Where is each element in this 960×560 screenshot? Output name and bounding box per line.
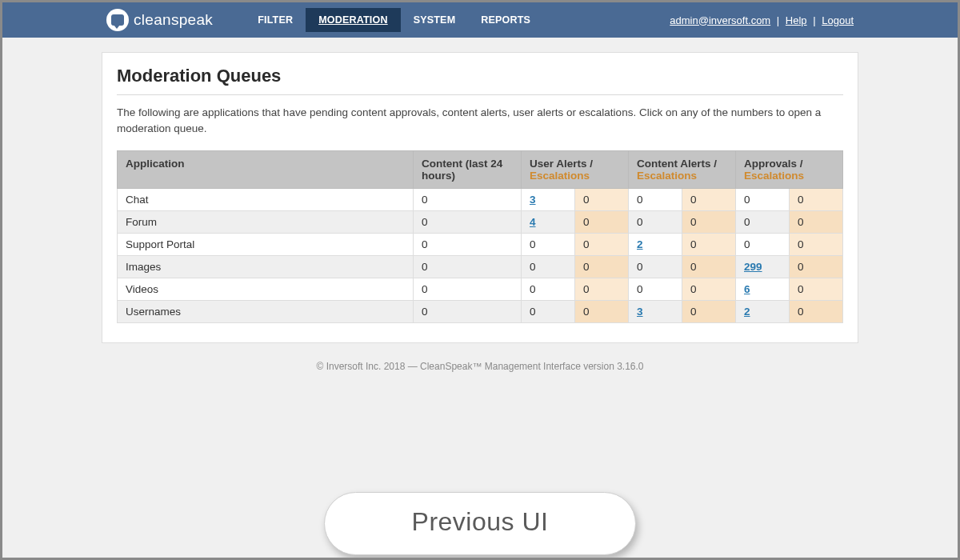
user-email-link[interactable]: admin@inversoft.com: [670, 14, 770, 26]
escalation-cell: 0: [682, 278, 736, 301]
th-content-alerts: Content Alerts / Escalations: [629, 151, 736, 189]
escalation-cell: 0: [682, 301, 736, 323]
queue-count-link[interactable]: 3: [530, 194, 536, 206]
count-cell: 0: [522, 278, 575, 301]
escalation-cell: 0: [575, 256, 629, 278]
queue-count-link[interactable]: 299: [744, 261, 762, 273]
moderation-queue-table: Application Content (last 24 hours) User…: [117, 150, 843, 323]
escalation-cell: 0: [682, 256, 736, 278]
brand-name: cleanspeak: [134, 11, 213, 29]
count-cell: 0: [414, 301, 522, 323]
queue-count-link[interactable]: 6: [744, 283, 750, 295]
table-row: Videos0000060: [118, 278, 843, 301]
count-cell: 0: [522, 301, 575, 323]
escalation-cell: 0: [682, 234, 736, 256]
count-cell: 0: [414, 278, 522, 301]
logout-link[interactable]: Logout: [822, 14, 854, 26]
count-cell[interactable]: 3: [629, 301, 682, 323]
count-cell[interactable]: 4: [522, 211, 575, 234]
brand[interactable]: cleanspeak: [106, 9, 213, 31]
nav-item-system[interactable]: SYSTEM: [401, 8, 469, 32]
app-name-cell: Videos: [118, 278, 414, 301]
table-row: Chat0300000: [118, 189, 843, 211]
escalation-cell: 0: [575, 234, 629, 256]
queue-count-link[interactable]: 4: [530, 216, 536, 228]
count-cell[interactable]: 299: [736, 256, 790, 278]
count-cell[interactable]: 3: [522, 189, 575, 211]
app-name-cell: Images: [118, 256, 414, 278]
count-cell: 0: [522, 256, 575, 278]
speech-bubble-icon: [106, 9, 129, 31]
navbar: cleanspeak FILTER MODERATION SYSTEM REPO…: [2, 2, 958, 38]
count-cell[interactable]: 6: [736, 278, 790, 301]
nav-item-reports[interactable]: REPORTS: [468, 8, 543, 32]
queue-count-link[interactable]: 3: [637, 306, 643, 318]
app-name-cell: Support Portal: [118, 234, 414, 256]
escalation-cell: 0: [575, 211, 629, 234]
escalation-cell: 0: [575, 278, 629, 301]
count-cell: 0: [629, 211, 682, 234]
nav-item-moderation[interactable]: MODERATION: [306, 8, 401, 32]
count-cell: 0: [736, 211, 790, 234]
table-row: Usernames0003020: [118, 301, 843, 323]
count-cell: 0: [629, 256, 682, 278]
th-application: Application: [118, 151, 414, 189]
footer-text: © Inversoft Inc. 2018 — CleanSpeak™ Mana…: [2, 361, 958, 372]
nav-items: FILTER MODERATION SYSTEM REPORTS: [245, 8, 543, 32]
table-row: Images000002990: [118, 256, 843, 278]
escalation-cell: 0: [790, 234, 843, 256]
escalation-cell: 0: [575, 189, 629, 211]
help-link[interactable]: Help: [786, 14, 807, 26]
count-cell: 0: [414, 234, 522, 256]
count-cell[interactable]: 2: [736, 301, 790, 323]
escalation-cell: 0: [790, 211, 843, 234]
escalation-cell: 0: [575, 301, 629, 323]
count-cell: 0: [629, 278, 682, 301]
escalation-cell: 0: [790, 189, 843, 211]
queue-count-link[interactable]: 2: [637, 238, 643, 250]
th-content: Content (last 24 hours): [414, 151, 522, 189]
count-cell: 0: [736, 189, 790, 211]
app-name-cell: Forum: [118, 211, 414, 234]
escalation-cell: 0: [790, 278, 843, 301]
escalation-cell: 0: [790, 301, 843, 323]
queue-count-link[interactable]: 2: [744, 306, 750, 318]
app-name-cell: Chat: [118, 189, 414, 211]
page-description: The following are applications that have…: [117, 105, 843, 136]
nav-item-filter[interactable]: FILTER: [245, 8, 306, 32]
escalation-cell: 0: [790, 256, 843, 278]
count-cell: 0: [414, 211, 522, 234]
table-row: Forum0400000: [118, 211, 843, 234]
count-cell: 0: [736, 234, 790, 256]
count-cell[interactable]: 2: [629, 234, 682, 256]
count-cell: 0: [629, 189, 682, 211]
page-panel: Moderation Queues The following are appl…: [102, 52, 858, 343]
th-approvals: Approvals / Escalations: [736, 151, 843, 189]
app-name-cell: Usernames: [118, 301, 414, 323]
escalation-cell: 0: [682, 211, 736, 234]
count-cell: 0: [522, 234, 575, 256]
nav-right: admin@inversoft.com | Help | Logout: [670, 14, 854, 26]
table-row: Support Portal0002000: [118, 234, 843, 256]
count-cell: 0: [414, 189, 522, 211]
th-user-alerts: User Alerts / Escalations: [522, 151, 629, 189]
page-title: Moderation Queues: [117, 66, 843, 95]
count-cell: 0: [414, 256, 522, 278]
escalation-cell: 0: [682, 189, 736, 211]
previous-ui-button[interactable]: Previous UI: [324, 492, 636, 555]
